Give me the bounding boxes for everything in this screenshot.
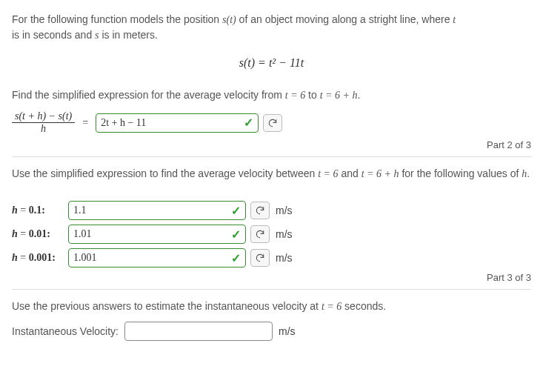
h-label: h = 0.1: (12, 205, 68, 216)
refresh-icon (267, 118, 278, 128)
instantaneous-velocity-input[interactable] (124, 322, 273, 341)
h-label: h = 0.01: (12, 228, 68, 240)
avg-velocity-expression-input[interactable]: 2t + h − 11 ✓ (96, 113, 259, 133)
refresh-icon (255, 253, 265, 263)
part3-label: Part 3 of 3 (12, 272, 531, 283)
check-icon: ✓ (231, 251, 241, 265)
answer-text: 1.1 (73, 205, 87, 216)
check-icon: ✓ (231, 204, 241, 218)
intro-text: For the following function models the po… (12, 12, 531, 43)
position-equation: s(t) = t² − 11t (12, 56, 531, 70)
instantaneous-velocity-row: Instantaneous Velocity: m/s (12, 322, 531, 341)
h-row-0: h = 0.1: 1.1 ✓ m/s (12, 201, 531, 220)
h-row-2: h = 0.001: 1.001 ✓ m/s (12, 248, 531, 268)
reset-button[interactable] (250, 249, 270, 267)
equals-sign: = (82, 117, 88, 129)
answer-text: 1.001 (73, 252, 97, 264)
answer-text: 2t + h − 11 (101, 117, 146, 129)
part2-prompt: Use the simplified expression to find th… (12, 166, 531, 182)
refresh-icon (255, 229, 265, 239)
reset-button[interactable] (250, 225, 270, 243)
part2-label: Part 2 of 3 (12, 139, 531, 150)
part1-prompt: Find the simplified expression for the a… (12, 87, 531, 103)
unit-label: m/s (276, 228, 293, 240)
difference-quotient: s(t + h) − s(t) h (12, 110, 75, 135)
divider (12, 156, 531, 157)
check-icon: ✓ (244, 116, 253, 130)
h-1-input[interactable]: 1.01 ✓ (68, 225, 246, 244)
h-0-input[interactable]: 1.1 ✓ (68, 201, 246, 220)
unit-label: m/s (276, 252, 293, 264)
reset-button[interactable] (250, 202, 270, 219)
refresh-icon (255, 205, 265, 216)
instantaneous-velocity-label: Instantaneous Velocity: (12, 325, 119, 337)
reset-button[interactable] (263, 114, 282, 132)
h-row-1: h = 0.01: 1.01 ✓ m/s (12, 225, 531, 244)
answer-text: 1.01 (73, 228, 92, 240)
unit-label: m/s (276, 205, 293, 216)
unit-label: m/s (279, 325, 296, 337)
divider (12, 289, 531, 290)
check-icon: ✓ (231, 227, 241, 242)
avg-velocity-expression-row: s(t + h) − s(t) h = 2t + h − 11 ✓ (12, 110, 531, 135)
h-label: h = 0.001: (12, 252, 68, 264)
part3-prompt: Use the previous answers to estimate the… (12, 299, 531, 314)
h-2-input[interactable]: 1.001 ✓ (68, 248, 246, 268)
